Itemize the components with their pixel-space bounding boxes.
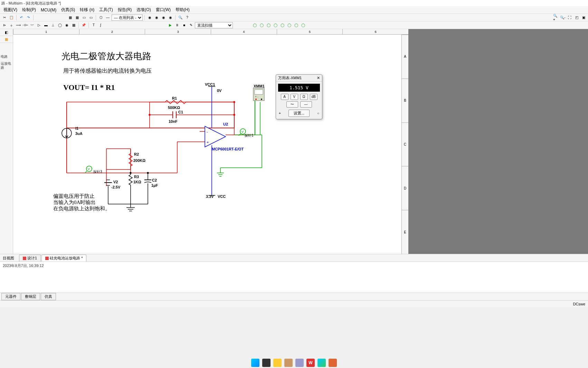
- menu-report[interactable]: 报告(R): [116, 6, 134, 13]
- app1-icon[interactable]: [284, 359, 293, 367]
- interactive-icon[interactable]: ✎: [188, 22, 194, 28]
- transistor-icon[interactable]: ⊥: [50, 22, 56, 28]
- tab-design1[interactable]: 设计1: [19, 255, 41, 261]
- close-icon[interactable]: ✕: [317, 76, 320, 80]
- component-list-combo[interactable]: --- 在用列表 ---: [112, 15, 143, 21]
- gnd-icon[interactable]: ⏚: [8, 22, 15, 28]
- menu-transfer[interactable]: 转移 (n): [78, 6, 96, 13]
- pause-icon[interactable]: ⏸: [174, 22, 180, 28]
- menu-options[interactable]: 选项(O): [134, 6, 153, 13]
- res-icon[interactable]: ⟿: [15, 22, 21, 28]
- start-icon[interactable]: [251, 359, 259, 367]
- comp-icon[interactable]: ⬡: [98, 15, 104, 21]
- meter-dc-icon[interactable]: —: [300, 101, 312, 108]
- btab-components[interactable]: 元器件: [1, 293, 20, 300]
- btab-copper[interactable]: 敷铜层: [21, 293, 40, 300]
- label-r3-value: 1KΩ: [133, 180, 141, 184]
- undo-icon[interactable]: ↶: [18, 15, 25, 21]
- separator: [78, 22, 79, 28]
- ic-icon[interactable]: ▬: [43, 22, 49, 28]
- tree-item-circuit[interactable]: 电路: [0, 53, 13, 60]
- edge-icon[interactable]: [317, 359, 326, 367]
- stop-icon[interactable]: ■: [181, 22, 187, 28]
- meter-mode-ohm[interactable]: Ω: [300, 94, 308, 100]
- menu-window[interactable]: 窗口(W): [154, 6, 173, 13]
- zoom-fit-icon[interactable]: ⛶: [567, 15, 573, 21]
- taskview-icon[interactable]: [262, 359, 271, 367]
- grid-icon[interactable]: ▦: [67, 15, 73, 21]
- menu-view[interactable]: 视图(V): [1, 6, 19, 13]
- menu-mcu[interactable]: MCU(M): [39, 7, 58, 13]
- schematic-area[interactable]: 光电二极管放大器电路 用于将传感器输出的电流转换为电压 VOUT= I1 * R…: [13, 35, 401, 254]
- cap-icon[interactable]: ⊣⊢: [22, 22, 28, 28]
- ind-icon[interactable]: 〰: [29, 22, 35, 28]
- meter-settings-button[interactable]: 设置...: [288, 110, 310, 117]
- toolbar-1: ✂ 📋 ↶ ↷ ▦ ▦ ▭ ▭ ⬡ — --- 在用列表 --- ◉ ◉ ◉ ◉…: [0, 14, 588, 21]
- explorer-icon[interactable]: [273, 359, 282, 367]
- app2-icon[interactable]: [295, 359, 304, 367]
- ppt-icon[interactable]: [329, 359, 337, 367]
- instr4-icon[interactable]: ◯: [272, 22, 278, 28]
- instr2-icon[interactable]: ◯: [258, 22, 265, 28]
- doc-icon[interactable]: ▭: [81, 15, 87, 21]
- instr7-icon[interactable]: ◯: [293, 22, 299, 28]
- schematic-canvas[interactable]: 123456 ABCDE 光电二极管放大器电路 用于将传感器输出的电流转换为电压…: [13, 29, 408, 254]
- marker-icon[interactable]: ◉: [146, 15, 153, 21]
- instr5-icon[interactable]: ◯: [279, 22, 285, 28]
- instr8-icon[interactable]: ◯: [300, 22, 306, 28]
- tree-view-label[interactable]: 目视图: [1, 255, 16, 261]
- menu-tools[interactable]: 工具(T): [97, 6, 115, 13]
- diode-icon[interactable]: ⊳: [1, 22, 8, 28]
- label-i1-name: I1: [75, 126, 78, 130]
- instr1-icon[interactable]: ◯: [252, 22, 258, 28]
- cut-icon[interactable]: ✂: [1, 15, 8, 21]
- design-tabs: 目视图 设计1 硅光电池运放电路 *: [0, 254, 588, 261]
- separator: [33, 15, 34, 20]
- doc2-icon[interactable]: ▭: [88, 15, 94, 21]
- marker2-icon[interactable]: ◉: [153, 15, 160, 21]
- meter-mode-v[interactable]: V: [291, 94, 298, 100]
- play-icon[interactable]: ▶: [167, 22, 173, 28]
- meter-mode-a[interactable]: A: [281, 94, 288, 100]
- zoom-out-icon[interactable]: 🔍-: [560, 15, 566, 21]
- svg-text:+: +: [207, 140, 209, 144]
- panel-icon[interactable]: ▦: [0, 36, 13, 43]
- label-r1-name: R1: [172, 96, 177, 100]
- opamp-icon[interactable]: ▷: [36, 22, 42, 28]
- marker4-icon[interactable]: ◉: [167, 15, 173, 21]
- help-icon[interactable]: ?: [184, 15, 190, 21]
- fullscreen-icon[interactable]: ▣: [580, 15, 587, 21]
- grid2-icon[interactable]: ▦: [74, 15, 80, 21]
- meter-titlebar[interactable]: 万用表-XMM1 ✕: [276, 75, 322, 82]
- search-icon[interactable]: 🔍: [177, 15, 183, 21]
- scope-icon[interactable]: ▦: [70, 22, 77, 28]
- btab-sim[interactable]: 仿真: [41, 293, 56, 300]
- meter-ac-icon[interactable]: 〜: [286, 101, 298, 108]
- menu-help[interactable]: 帮助(H): [173, 6, 192, 13]
- pin-icon[interactable]: 📌: [80, 22, 87, 28]
- zoom-window-icon[interactable]: ◰: [573, 15, 580, 21]
- multimeter-panel[interactable]: 万用表-XMM1 ✕ 1.515 V A V Ω dB 〜 — + 设置...: [276, 74, 322, 119]
- instr3-icon[interactable]: ◯: [265, 22, 272, 28]
- zoom-in-icon[interactable]: 🔍+: [553, 15, 559, 21]
- marker3-icon[interactable]: ◉: [160, 15, 167, 21]
- copy-icon[interactable]: 📋: [8, 15, 15, 21]
- tree-item-opamp[interactable]: 运放电路: [0, 60, 13, 71]
- meter-mode-db[interactable]: dB: [310, 94, 317, 100]
- sweep-combo[interactable]: 直流扫描: [195, 22, 233, 28]
- menu-draw[interactable]: 绘制(P): [20, 6, 38, 13]
- wire-icon[interactable]: —: [105, 15, 111, 21]
- function-icon[interactable]: ∫: [97, 22, 104, 28]
- panel-toggle[interactable]: ◧: [0, 29, 13, 36]
- text-icon[interactable]: T: [91, 22, 97, 28]
- wps-icon[interactable]: W: [306, 359, 315, 367]
- toolbar-2: ⊳ ⏚ ⟿ ⊣⊢ 〰 ▷ ▬ ⊥ ◯ ◉ ▦ 📌 T ∫ ▶ ⏸ ■ ✎ 直流扫…: [0, 21, 588, 29]
- menu-sim[interactable]: 仿真(S): [59, 6, 77, 13]
- meter-icon[interactable]: ◉: [64, 22, 70, 28]
- instr6-icon[interactable]: ◯: [286, 22, 292, 28]
- svg-point-73: [255, 99, 257, 100]
- source-icon[interactable]: ◯: [57, 22, 63, 28]
- windows-taskbar[interactable]: W: [0, 358, 588, 368]
- redo-icon[interactable]: ↷: [25, 15, 31, 21]
- tab-circuit[interactable]: 硅光电池运放电路 *: [41, 255, 86, 261]
